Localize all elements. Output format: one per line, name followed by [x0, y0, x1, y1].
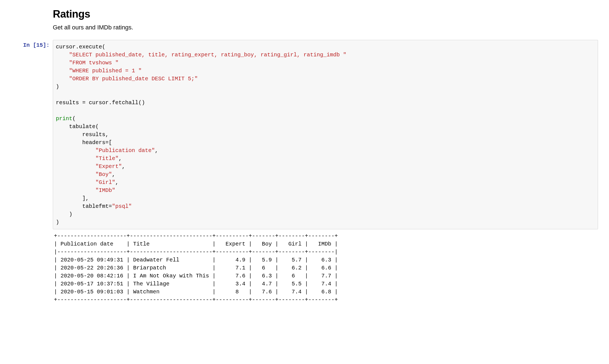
section-heading: Ratings	[53, 8, 609, 20]
output-line: +---------------------+-----------------…	[54, 233, 338, 239]
markdown-cell: Ratings Get all ours and IMDb ratings.	[0, 5, 609, 40]
output-line: |---------------------+-----------------…	[54, 249, 338, 255]
code-input-area[interactable]: cursor.execute( "SELECT published_date, …	[53, 40, 598, 229]
stdout-output: +---------------------+-----------------…	[53, 229, 598, 304]
input-prompt: In [15]:	[23, 42, 50, 48]
output-line: | Publication date | Title | Expert | Bo…	[54, 241, 338, 247]
section-description: Get all ours and IMDb ratings.	[53, 24, 609, 31]
code-source: cursor.execute( "SELECT published_date, …	[56, 43, 595, 226]
output-line: | 2020-05-20 08:42:16 | I Am Not Okay wi…	[54, 273, 338, 279]
output-line: | 2020-05-22 20:26:36 | Briarpatch | 7.1…	[54, 265, 338, 271]
output-line: | 2020-05-25 09:49:31 | Deadwater Fell |…	[54, 257, 338, 263]
output-cell: +---------------------+-----------------…	[0, 229, 609, 304]
output-line: | 2020-05-17 10:37:51 | The Village | 3.…	[54, 281, 338, 287]
code-cell: In [15]: cursor.execute( "SELECT publish…	[0, 40, 609, 229]
output-line: +---------------------+-----------------…	[54, 297, 338, 303]
output-line: | 2020-05-15 09:01:03 | Watchmen | 8 | 7…	[54, 289, 338, 295]
